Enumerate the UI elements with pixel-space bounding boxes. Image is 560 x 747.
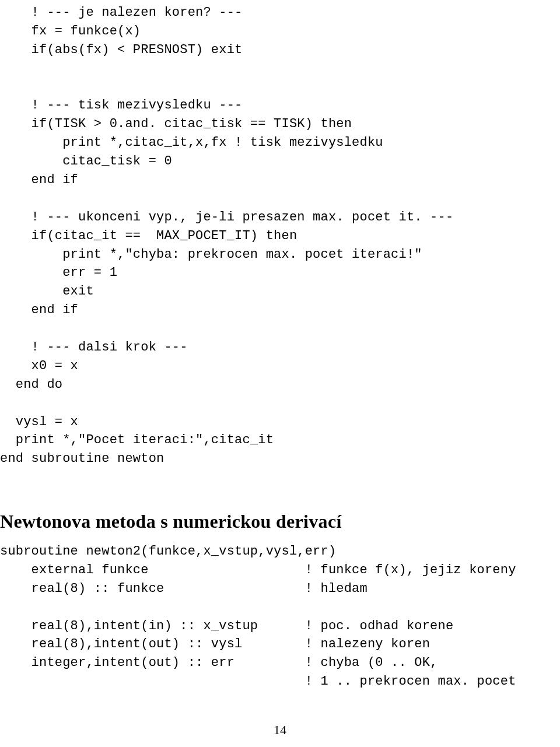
code-line: real(8),intent(in) :: x_vstup ! poc. odh… — [0, 619, 453, 633]
code-line: real(8) :: funkce ! hledam — [0, 581, 368, 596]
code-line: external funkce ! funkce f(x), jejiz kor… — [0, 563, 516, 577]
code-line: print *,"chyba: prekrocen max. pocet ite… — [0, 247, 422, 262]
code-line: if(citac_it == MAX_POCET_IT) then — [0, 229, 297, 243]
code-line: ! --- dalsi krok --- — [0, 340, 188, 355]
code-line: real(8),intent(out) :: vysl ! nalezeny k… — [0, 637, 430, 651]
code-line: if(TISK > 0.and. citac_tisk == TISK) the… — [0, 117, 352, 131]
page: ! --- je nalezen koren? --- fx = funkce(… — [0, 0, 560, 747]
code-line: if(abs(fx) < PRESNOST) exit — [0, 43, 242, 57]
section-heading: Newtonova metoda s numerickou derivací — [0, 511, 342, 532]
code-line: fx = funkce(x) — [0, 24, 141, 38]
code-line: ! 1 .. prekrocen max. pocet — [0, 674, 516, 689]
code-block-1: ! --- je nalezen koren? --- fx = funkce(… — [0, 3, 453, 468]
code-line: end do — [0, 377, 62, 392]
code-line: subroutine newton2(funkce,x_vstup,vysl,e… — [0, 544, 336, 559]
code-line: end subroutine newton — [0, 451, 164, 466]
code-line: print *,citac_it,x,fx ! tisk mezivysledk… — [0, 135, 383, 150]
code-line: exit — [0, 284, 94, 299]
code-line: end if — [0, 303, 78, 317]
page-number: 14 — [0, 723, 560, 738]
code-block-2: subroutine newton2(funkce,x_vstup,vysl,e… — [0, 542, 516, 691]
code-line: x0 = x — [0, 359, 78, 373]
code-line: integer,intent(out) :: err ! chyba (0 ..… — [0, 655, 438, 670]
code-line: end if — [0, 173, 78, 187]
code-line: err = 1 — [0, 265, 117, 280]
code-line: ! --- tisk mezivysledku --- — [0, 98, 242, 113]
code-line: ! --- ukonceni vyp., je-li presazen max.… — [0, 210, 453, 225]
code-line: citac_tisk = 0 — [0, 154, 172, 169]
code-line: print *,"Pocet iteraci:",citac_it — [0, 433, 274, 447]
code-line: ! --- je nalezen koren? --- — [0, 5, 242, 20]
code-line: vysl = x — [0, 415, 78, 429]
